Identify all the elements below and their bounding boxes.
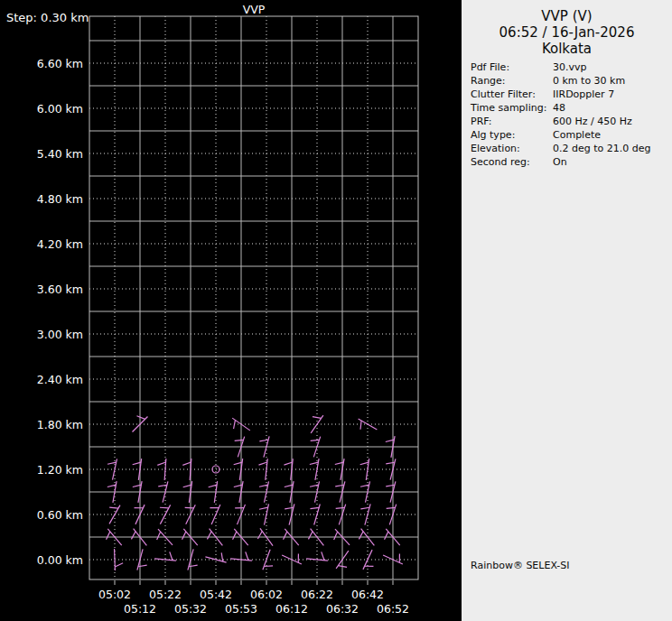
wind-barb (105, 480, 117, 503)
panel-site-name: Kolkata (462, 41, 672, 57)
info-row: PRF:600 Hz / 450 Hz (471, 115, 672, 128)
wind-barb (102, 501, 120, 524)
wind-barb (188, 549, 201, 572)
info-label: Second reg: (471, 155, 553, 169)
wind-barb (230, 434, 245, 458)
wind-barb (182, 458, 191, 480)
vvp-chart-region: Step: 0.30 km VVP 6.60 km6.00 km5.40 km4… (0, 0, 462, 621)
wind-barb (307, 479, 320, 502)
wind-barb (257, 479, 269, 502)
info-value: 30.vvp (553, 60, 672, 74)
info-value: 48 (553, 101, 672, 115)
y-axis-label: 4.20 km (0, 237, 83, 251)
y-axis-label: 5.40 km (0, 147, 83, 161)
wind-barb (358, 479, 370, 502)
x-axis-label: 06:32 (326, 602, 359, 616)
x-axis-label: 05:32 (174, 602, 207, 616)
vvp-window: { "chart_data": { "type": "wind-barb-tim… (0, 0, 672, 621)
info-row: Alg type:Complete (471, 128, 672, 142)
y-axis-label: 3.60 km (0, 283, 83, 296)
branding-text: Rainbow® SELEX-SI (471, 560, 570, 571)
y-axis-label: 6.00 km (0, 102, 83, 116)
wind-barb (154, 551, 177, 561)
panel-product-title: VVP (V) (462, 8, 672, 24)
info-value: 600 Hz / 450 Hz (553, 115, 672, 128)
wind-barb (257, 502, 269, 524)
wind-barb (355, 529, 375, 551)
y-axis-label: 2.40 km (0, 373, 83, 386)
info-row: Elevation:0.2 deg to 21.0 deg (471, 142, 672, 155)
info-row: Pdf File:30.vvp (471, 60, 672, 74)
wind-barb (126, 411, 147, 431)
wind-barb (304, 411, 323, 433)
chart-title: VVP (89, 3, 418, 16)
y-axis-label: 0.00 km (0, 553, 83, 567)
wind-barb (152, 529, 173, 551)
wind-barb (177, 529, 197, 551)
wind-barb (137, 549, 151, 572)
x-axis-label: 05:02 (98, 588, 131, 601)
wind-barb (101, 529, 121, 551)
info-row: Clutter Filter:IIRDoppler 7 (471, 88, 672, 101)
wind-barb (329, 529, 350, 551)
y-axis-label: 1.20 km (0, 463, 83, 477)
wind-barb (278, 529, 298, 551)
x-axis-label: 06:52 (377, 602, 409, 616)
y-axis-label: 4.80 km (0, 192, 83, 206)
wind-barb (204, 501, 220, 524)
info-row: Second reg:On (471, 155, 672, 169)
wind-barb (281, 502, 294, 524)
wind-barb (228, 418, 250, 437)
step-label: Step: 0.30 km (6, 11, 89, 24)
wind-barb (154, 479, 168, 502)
wind-barb (306, 502, 320, 525)
info-value: On (553, 155, 672, 169)
panel-datetime: 06:52 / 16-Jan-2026 (462, 24, 672, 41)
wind-barb (156, 458, 166, 480)
wind-barb (336, 551, 355, 573)
x-axis-label: 06:12 (275, 602, 308, 616)
panel-title-block: VVP (V) 06:52 / 16-Jan-2026 Kolkata (462, 0, 672, 57)
wind-barb (256, 434, 269, 458)
info-value: 0.2 deg to 21.0 deg (553, 142, 672, 155)
info-label: Alg type: (471, 128, 553, 142)
info-row: Time sampling:48 (471, 101, 672, 115)
info-label: PRF: (471, 115, 553, 128)
wind-barb (282, 548, 305, 564)
info-label: Elevation: (471, 142, 553, 155)
wind-barb (354, 419, 377, 437)
wind-barb (383, 548, 406, 564)
wind-barb (306, 551, 329, 561)
info-value: Complete (553, 128, 672, 142)
vvp-plot-canvas[interactable] (0, 0, 462, 621)
info-rows: Pdf File:30.vvpRange:0 km to 30 kmClutte… (471, 60, 672, 169)
x-axis-label: 05:42 (200, 588, 232, 601)
x-axis-label: 05:53 (225, 602, 257, 616)
info-row: Range:0 km to 30 km (471, 74, 672, 88)
wind-barb (127, 529, 147, 551)
wind-barb (357, 502, 370, 525)
y-axis-label: 0.60 km (0, 508, 83, 522)
wind-barb (263, 550, 278, 573)
wind-barb (205, 549, 229, 562)
wind-barb (304, 529, 324, 551)
y-axis-label: 3.00 km (0, 328, 83, 341)
wind-barb (228, 529, 247, 551)
x-axis-label: 06:42 (351, 588, 384, 601)
plot-frame (89, 16, 418, 579)
wind-barb (203, 529, 223, 551)
info-label: Time sampling: (471, 101, 553, 115)
wind-barb (331, 502, 346, 525)
wind-barb (254, 528, 273, 551)
y-axis-label: 1.80 km (0, 418, 83, 431)
info-value: 0 km to 30 km (553, 74, 672, 88)
x-axis-label: 05:22 (149, 588, 182, 601)
y-axis-label: 6.60 km (0, 57, 83, 70)
info-label: Range: (471, 74, 553, 88)
info-value: IIRDoppler 7 (553, 88, 672, 101)
wind-barb (331, 479, 345, 502)
wind-barb (363, 550, 379, 573)
wind-barb (382, 502, 397, 525)
wind-barb (229, 502, 245, 525)
wind-barb (128, 501, 145, 524)
